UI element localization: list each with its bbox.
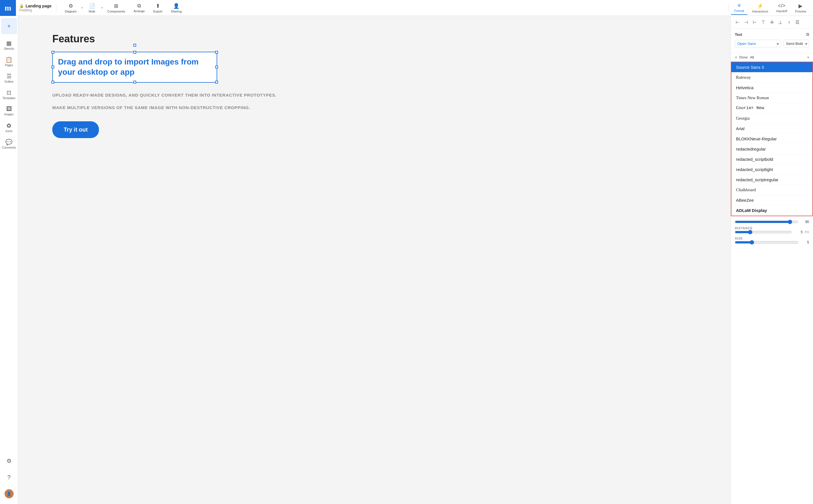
interactions-icon: ⚡ (757, 3, 763, 9)
font-weight-select[interactable]: Semi Bold (783, 40, 809, 47)
main-layout: + ▦ Stencils 📋 Pages ☰ Outline ⊡ Templat… (0, 16, 813, 504)
show-filter-row: ≡ Show: All ▾ (731, 53, 813, 62)
text-section-label: Text ⧉ (735, 32, 809, 37)
handle-tr[interactable] (215, 51, 218, 54)
filter-icon: ≡ (735, 55, 737, 60)
opacity-slider-row: 90 (735, 220, 809, 224)
opacity-slider[interactable] (735, 220, 798, 224)
diagram-icon: ⚙ (68, 3, 73, 9)
sidebar-item-templates[interactable]: ⊡ Templates (1, 86, 17, 102)
font-option-arial[interactable]: Arial (731, 124, 812, 134)
avatar-image: 👤 (5, 489, 14, 498)
tool-sharing[interactable]: 👤 Sharing (167, 1, 186, 15)
topbar: m 🔒 Landing page Padding ⚙ Diagram ▾ 📄 N… (0, 0, 813, 16)
diagram-arrow[interactable]: ▾ (81, 6, 83, 10)
format-icon: ≡ (738, 3, 741, 9)
handle-mr[interactable] (215, 66, 218, 68)
font-option-courier[interactable]: Courier New (731, 103, 812, 113)
sidebar-help[interactable]: ? (1, 469, 17, 485)
font-option-abeezee[interactable]: ABeeZee (731, 195, 812, 205)
font-option-chalkboard[interactable]: Chalkboard (731, 185, 812, 195)
app-logo[interactable]: m (0, 0, 16, 16)
size-label: SIZE (735, 237, 755, 240)
topbar-divider (728, 4, 729, 12)
sidebar-settings[interactable]: ⚙ (1, 453, 17, 469)
distance-slider[interactable] (735, 230, 792, 234)
sidebar-item-stencils[interactable]: ▦ Stencils (1, 37, 17, 53)
font-option-times[interactable]: Times New Roman (731, 93, 812, 103)
distribute-h[interactable]: ⫞ (785, 18, 793, 26)
align-right-edge[interactable]: ⊢ (751, 18, 759, 26)
note-arrow[interactable]: ▾ (101, 6, 103, 10)
font-family-select[interactable]: Open Sans (735, 40, 781, 47)
tool-components[interactable]: ⊞ Components (103, 1, 129, 15)
doc-info: 🔒 Landing page Padding (19, 4, 56, 12)
handle-tl[interactable] (51, 51, 54, 54)
font-row: Open Sans Semi Bold (735, 40, 809, 47)
right-btn-interactions[interactable]: ⚡ Interactions (749, 1, 772, 15)
font-option-blokk[interactable]: BLOKKNeue-Regular (731, 134, 812, 144)
font-option-raleway[interactable]: Raleway (731, 72, 812, 83)
outline-icon: ☰ (7, 73, 12, 80)
font-option-redacted-scriptregular[interactable]: redacted_scriptregular (731, 175, 812, 185)
sidebar-item-outline[interactable]: ☰ Outline (1, 70, 17, 86)
topbar-tools: ⚙ Diagram ▾ 📄 Note ▾ ⊞ Components ⧉ Arra… (61, 1, 727, 15)
font-option-adlam[interactable]: ADLaM Display (731, 205, 812, 216)
sidebar-item-images[interactable]: 🖼 Images (1, 103, 17, 119)
help-icon: ? (7, 474, 11, 481)
font-option-helvetica[interactable]: Helvetica (731, 83, 812, 93)
align-top-edge[interactable]: ⊤ (759, 18, 767, 26)
size-slider[interactable] (735, 240, 798, 245)
align-center-h[interactable]: ⊣ (742, 18, 750, 26)
handle-bl[interactable] (51, 81, 54, 84)
settings-icon: ⚙ (7, 457, 12, 464)
export-icon: ⬆ (156, 3, 160, 9)
top-handle[interactable] (133, 44, 136, 47)
tool-arrange[interactable]: ⧉ Arrange (130, 1, 149, 15)
font-dropdown[interactable]: Source Sans 3 Raleway Helvetica Times Ne… (731, 62, 813, 216)
font-weight-select-wrapper: Semi Bold (783, 40, 809, 47)
canvas[interactable]: Features Drag and drop to import Images … (18, 16, 731, 504)
right-btn-handoff[interactable]: </> Handoff (773, 1, 791, 15)
align-center-v[interactable]: ✛ (768, 18, 776, 26)
handle-ml[interactable] (51, 66, 54, 68)
handle-br[interactable] (215, 81, 218, 84)
left-sidebar: + ▦ Stencils 📋 Pages ☰ Outline ⊡ Templat… (0, 16, 18, 504)
try-button[interactable]: Try it out (52, 121, 99, 138)
doc-subtitle: Padding (19, 8, 51, 12)
user-avatar[interactable]: 👤 (1, 486, 17, 502)
font-option-source-sans-3[interactable]: Source Sans 3 (731, 62, 812, 72)
align-toolbar: ⊢ ⊣ ⊢ ⊤ ✛ ⊥ ⫞ ☰ (731, 16, 813, 29)
sidebar-item-icons[interactable]: ✿ Icons (1, 119, 17, 135)
right-btn-preview[interactable]: ▶ Preview (792, 1, 810, 15)
selected-element[interactable]: Drag and drop to import Images from your… (52, 52, 217, 83)
tool-diagram[interactable]: ⚙ Diagram (61, 1, 81, 15)
panel-sliders: 90 DISTANCE 5 PX SIZE 5 (731, 216, 813, 250)
sidebar-item-comments[interactable]: 💬 Comments (1, 136, 17, 152)
comments-icon: 💬 (5, 139, 13, 145)
tool-export[interactable]: ⬆ Export (149, 1, 166, 15)
font-option-redacted-scriptbold[interactable]: redacted_scriptbold (731, 154, 812, 164)
stencils-icon: ▦ (6, 40, 12, 47)
pages-icon: 📋 (5, 56, 13, 63)
align-left-edge[interactable]: ⊢ (734, 18, 742, 26)
images-icon: 🖼 (6, 106, 12, 112)
sidebar-item-pages[interactable]: 📋 Pages (1, 53, 17, 69)
align-bottom-edge[interactable]: ⊥ (776, 18, 784, 26)
show-arrow[interactable]: ▾ (807, 55, 809, 59)
add-button[interactable]: + (1, 18, 17, 34)
distribute-v[interactable]: ☰ (793, 18, 801, 26)
tool-note[interactable]: 📄 Note (84, 1, 101, 15)
distance-unit: PX (805, 230, 809, 234)
topbar-right: ≡ Format ⚡ Interactions </> Handoff ▶ Pr… (727, 1, 810, 15)
right-btn-format[interactable]: ≡ Format (731, 1, 748, 15)
handle-bc[interactable] (133, 81, 136, 84)
templates-icon: ⊡ (7, 89, 11, 96)
components-icon: ⊞ (114, 3, 118, 9)
handle-tc[interactable] (133, 51, 136, 54)
font-option-redacted-scriptlight[interactable]: redacted_scriptlight (731, 164, 812, 175)
arrange-icon: ⧉ (137, 3, 141, 9)
font-option-georgia[interactable]: Georgia (731, 113, 812, 124)
font-option-redacted-regular[interactable]: redactedregular (731, 144, 812, 154)
copy-icon[interactable]: ⧉ (806, 32, 809, 37)
